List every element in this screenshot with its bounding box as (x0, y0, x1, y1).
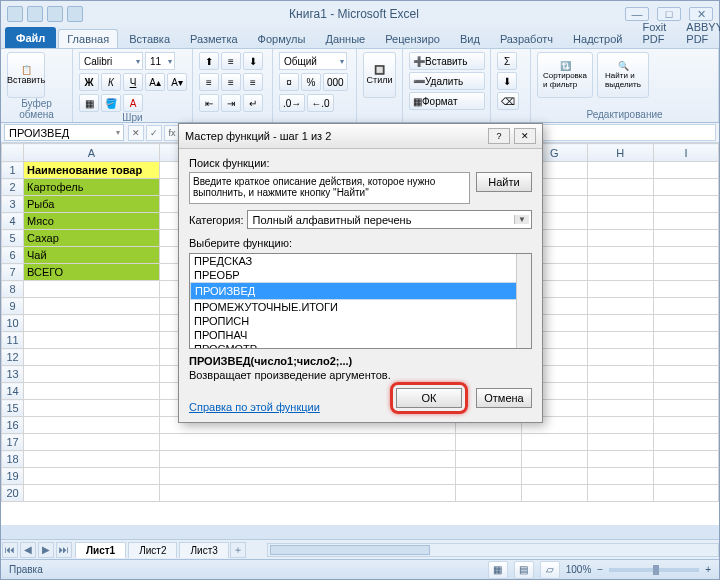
zoom-in-button[interactable]: + (705, 564, 711, 575)
font-size-select[interactable]: 11 (145, 52, 175, 70)
cell[interactable] (24, 281, 160, 298)
align-right-button[interactable]: ≡ (243, 73, 263, 91)
col-header[interactable]: H (587, 144, 653, 162)
row-header[interactable]: 15 (2, 400, 24, 417)
wrap-button[interactable]: ↵ (243, 94, 263, 112)
clear-button[interactable]: ⌫ (497, 92, 519, 110)
align-left-button[interactable]: ≡ (199, 73, 219, 91)
tab-developer[interactable]: Разработч (491, 29, 562, 48)
category-select[interactable]: Полный алфавитный перечень (247, 210, 532, 229)
font-color-button[interactable]: A (123, 94, 143, 112)
zoom-out-button[interactable]: − (597, 564, 603, 575)
row-header[interactable]: 2 (2, 179, 24, 196)
function-list-item[interactable]: ПРОИЗВЕД (190, 282, 531, 300)
function-list-item[interactable]: ПРОПИСН (190, 314, 531, 328)
row-header[interactable]: 5 (2, 230, 24, 247)
col-header[interactable]: A (24, 144, 160, 162)
row-header[interactable]: 9 (2, 298, 24, 315)
cell[interactable] (24, 315, 160, 332)
cell[interactable] (24, 434, 160, 451)
fill-color-button[interactable]: 🪣 (101, 94, 121, 112)
zoom-slider[interactable] (609, 568, 699, 572)
cell[interactable] (24, 366, 160, 383)
tab-review[interactable]: Рецензиро (376, 29, 449, 48)
row-header[interactable]: 18 (2, 451, 24, 468)
cell[interactable] (24, 298, 160, 315)
row-header[interactable]: 3 (2, 196, 24, 213)
name-box[interactable]: ПРОИЗВЕД (4, 124, 124, 141)
sort-filter-button[interactable]: 🔃Сортировка и фильтр (537, 52, 593, 98)
cancel-formula-icon[interactable]: ✕ (128, 125, 144, 141)
row-header[interactable]: 10 (2, 315, 24, 332)
cell[interactable] (24, 485, 160, 502)
tab-insert[interactable]: Вставка (120, 29, 179, 48)
row-header[interactable]: 6 (2, 247, 24, 264)
cell[interactable]: Рыба (24, 196, 160, 213)
help-link[interactable]: Справка по этой функции (189, 401, 320, 413)
sheet-tab[interactable]: Лист3 (179, 542, 228, 558)
shrink-font-button[interactable]: A▾ (167, 73, 187, 91)
align-bot-button[interactable]: ⬇ (243, 52, 263, 70)
excel-icon[interactable] (7, 6, 23, 22)
select-all-button[interactable] (2, 144, 24, 162)
view-layout-icon[interactable]: ▤ (514, 561, 534, 579)
tab-data[interactable]: Данные (316, 29, 374, 48)
col-header[interactable]: I (653, 144, 718, 162)
tab-abbyy[interactable]: ABBYY PDF (677, 17, 720, 48)
enter-formula-icon[interactable]: ✓ (146, 125, 162, 141)
indent-dec-button[interactable]: ⇤ (199, 94, 219, 112)
cell[interactable] (24, 451, 160, 468)
last-sheet-icon[interactable]: ⏭ (56, 542, 72, 558)
inc-decimal-button[interactable]: .0→ (279, 94, 305, 112)
row-header[interactable]: 19 (2, 468, 24, 485)
row-header[interactable]: 20 (2, 485, 24, 502)
cell[interactable]: Картофель (24, 179, 160, 196)
indent-inc-button[interactable]: ⇥ (221, 94, 241, 112)
next-sheet-icon[interactable]: ▶ (38, 542, 54, 558)
view-break-icon[interactable]: ▱ (540, 561, 560, 579)
redo-icon[interactable] (67, 6, 83, 22)
cell[interactable] (24, 383, 160, 400)
dialog-close-icon[interactable]: ✕ (514, 128, 536, 144)
cell[interactable] (24, 468, 160, 485)
ok-button[interactable]: ОК (396, 388, 462, 408)
styles-button[interactable]: 🔲Стили (363, 52, 396, 98)
sheet-tab[interactable]: Лист2 (128, 542, 177, 558)
function-list-item[interactable]: ПРЕДСКАЗ (190, 254, 531, 268)
sheet-tab[interactable]: Лист1 (75, 542, 126, 558)
function-list-item[interactable]: ПРОМЕЖУТОЧНЫЕ.ИТОГИ (190, 300, 531, 314)
dialog-title-bar[interactable]: Мастер функций - шаг 1 из 2 ? ✕ (179, 124, 542, 149)
comma-button[interactable]: 000 (323, 73, 348, 91)
percent-button[interactable]: % (301, 73, 321, 91)
find-button[interactable]: Найти (476, 172, 532, 192)
new-sheet-icon[interactable]: ＋ (230, 542, 246, 558)
first-sheet-icon[interactable]: ⏮ (2, 542, 18, 558)
row-header[interactable]: 7 (2, 264, 24, 281)
row-header[interactable]: 8 (2, 281, 24, 298)
cell[interactable]: Мясо (24, 213, 160, 230)
cells-insert-button[interactable]: ➕ Вставить (409, 52, 485, 70)
row-header[interactable]: 1 (2, 162, 24, 179)
autosum-button[interactable]: Σ (497, 52, 517, 70)
dec-decimal-button[interactable]: ←.0 (307, 94, 333, 112)
cell[interactable]: Сахар (24, 230, 160, 247)
row-header[interactable]: 17 (2, 434, 24, 451)
align-mid-button[interactable]: ≡ (221, 52, 241, 70)
tab-view[interactable]: Вид (451, 29, 489, 48)
list-scrollbar[interactable] (516, 254, 531, 348)
cells-format-button[interactable]: ▦ Формат (409, 92, 485, 110)
align-center-button[interactable]: ≡ (221, 73, 241, 91)
cells-delete-button[interactable]: ➖ Удалить (409, 72, 485, 90)
cell[interactable]: Наименование товар (24, 162, 160, 179)
row-header[interactable]: 14 (2, 383, 24, 400)
number-format-select[interactable]: Общий (279, 52, 347, 70)
row-header[interactable]: 13 (2, 366, 24, 383)
tab-formulas[interactable]: Формулы (249, 29, 315, 48)
view-normal-icon[interactable]: ▦ (488, 561, 508, 579)
tab-addins[interactable]: Надстрой (564, 29, 631, 48)
row-header[interactable]: 16 (2, 417, 24, 434)
cancel-button[interactable]: Отмена (476, 388, 532, 408)
undo-icon[interactable] (47, 6, 63, 22)
row-header[interactable]: 4 (2, 213, 24, 230)
border-button[interactable]: ▦ (79, 94, 99, 112)
